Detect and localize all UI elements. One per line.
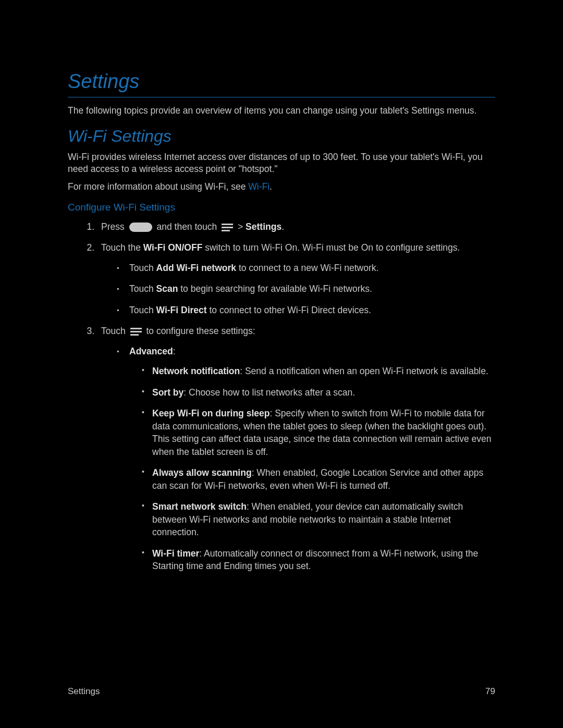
step2-bullets: Touch Add Wi-Fi network to connect to a … <box>101 262 495 317</box>
menu-icon <box>130 327 142 336</box>
step3-bullets: Advanced: Network notification: Send a n… <box>101 345 495 573</box>
step1-mid: and then touch <box>154 221 220 232</box>
advanced-label: Advanced <box>129 346 173 356</box>
step2-bold: Wi-Fi ON/OFF <box>143 242 203 253</box>
footer-page-number: 79 <box>485 686 495 697</box>
s4-bold: Always allow scanning <box>152 467 252 478</box>
bullet-add-network: Touch Add Wi-Fi network to connect to a … <box>117 262 495 275</box>
page-footer: Settings 79 <box>68 686 495 697</box>
b1-bold: Add Wi-Fi network <box>156 263 236 273</box>
step1-gt: > <box>235 221 246 232</box>
sub-allow-scan: Always allow scanning: When enabled, Goo… <box>142 466 495 492</box>
b2-bold: Scan <box>156 283 178 294</box>
steps-list: Press and then touch > Settings. Touch t… <box>68 220 495 573</box>
b2-pre: Touch <box>129 283 156 294</box>
b1-pre: Touch <box>129 263 156 273</box>
step-2: Touch the Wi-Fi ON/OFF switch to turn Wi… <box>97 241 495 316</box>
bullet-advanced: Advanced: Network notification: Send a n… <box>117 345 495 573</box>
s3-bold: Keep Wi-Fi on during sleep <box>152 408 270 418</box>
wifi-more-post: . <box>270 181 272 192</box>
b3-pre: Touch <box>129 305 156 315</box>
page-title: Settings <box>68 70 495 93</box>
sub-keep-wifi: Keep Wi-Fi on during sleep: Specify when… <box>142 407 495 458</box>
step-3: Touch to configure these settings: Advan… <box>97 325 495 573</box>
svg-rect-2 <box>222 230 230 231</box>
step-1: Press and then touch > Settings. <box>97 220 495 233</box>
s6-bold: Wi-Fi timer <box>152 548 199 559</box>
home-button-icon <box>129 223 152 232</box>
wifi-intro: Wi-Fi provides wireless Internet access … <box>68 151 495 176</box>
step2-post: switch to turn Wi-Fi On. Wi-Fi must be O… <box>202 242 460 253</box>
s2-bold: Sort by <box>152 387 183 398</box>
s1-post: : Send a notification when an open Wi-Fi… <box>240 366 488 376</box>
s1-bold: Network notification <box>152 366 240 376</box>
b3-bold: Wi-Fi Direct <box>156 305 207 315</box>
title-divider <box>68 97 495 97</box>
section-heading-wifi: Wi-Fi Settings <box>68 127 495 146</box>
advanced-sublist: Network notification: Send a notificatio… <box>129 365 495 573</box>
b1-post: to connect to a new Wi-Fi network. <box>236 263 378 273</box>
b3-post: to connect to other Wi-Fi Direct devices… <box>207 305 371 315</box>
wifi-more-pre: For more information about using Wi-Fi, … <box>68 181 248 192</box>
b2-post: to begin searching for available Wi-Fi n… <box>178 283 372 294</box>
footer-section: Settings <box>68 686 100 697</box>
subheading-configure: Configure Wi-Fi Settings <box>68 202 495 213</box>
bullet-wifi-direct: Touch Wi-Fi Direct to connect to other W… <box>117 304 495 317</box>
step1-post: . <box>282 221 284 232</box>
menu-icon <box>222 223 233 231</box>
document-page: Settings The following topics provide an… <box>0 0 563 612</box>
s6-post: : Automatically connect or disconnect fr… <box>152 548 478 572</box>
wifi-link[interactable]: Wi-Fi <box>248 181 270 192</box>
wifi-more-info: For more information about using Wi-Fi, … <box>68 181 495 193</box>
sub-network-notif: Network notification: Send a notificatio… <box>142 365 495 378</box>
step1-settings: Settings <box>246 221 282 232</box>
sub-sort-by: Sort by: Choose how to list networks aft… <box>142 386 495 399</box>
step3-pre: Touch <box>101 326 128 336</box>
svg-rect-1 <box>222 227 233 228</box>
bullet-scan: Touch Scan to begin searching for availa… <box>117 282 495 295</box>
s5-bold: Smart network switch <box>152 501 247 512</box>
intro-text: The following topics provide an overview… <box>68 105 495 117</box>
step2-pre: Touch the <box>101 242 143 253</box>
step1-pre: Press <box>101 221 127 232</box>
svg-rect-5 <box>130 334 139 336</box>
sub-smart-switch: Smart network switch: When enabled, your… <box>142 500 495 539</box>
advanced-colon: : <box>173 346 176 356</box>
s2-post: : Choose how to list networks after a sc… <box>183 387 355 398</box>
step3-post: to configure these settings: <box>144 326 255 336</box>
svg-rect-4 <box>130 331 142 332</box>
sub-wifi-timer: Wi-Fi timer: Automatically connect or di… <box>142 547 495 573</box>
svg-rect-0 <box>222 224 233 225</box>
svg-rect-3 <box>130 328 142 329</box>
